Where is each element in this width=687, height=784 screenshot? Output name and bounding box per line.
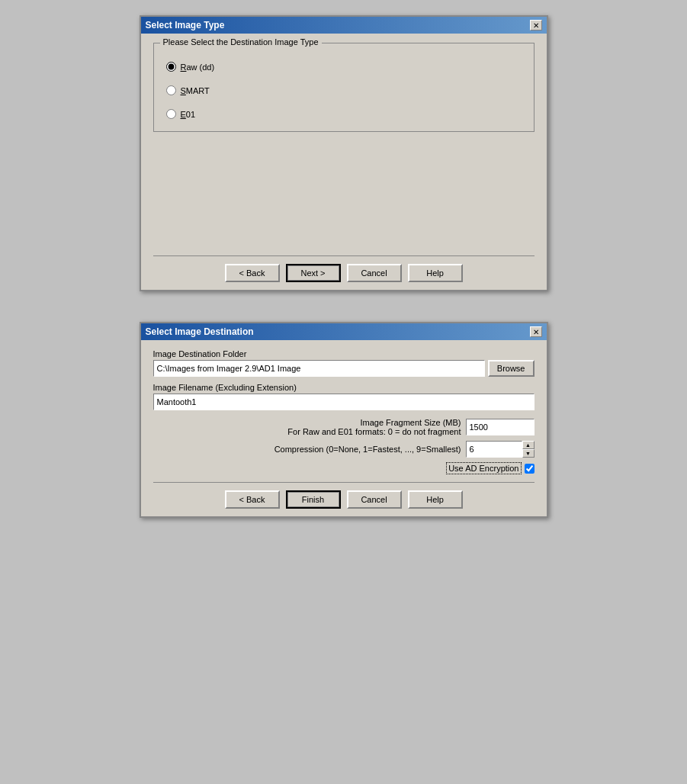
encryption-row: Use AD Encryption bbox=[153, 462, 535, 474]
dialog1-button-bar: < Back Next > Cancel Help bbox=[153, 255, 535, 282]
radio-smart-label: SMART bbox=[181, 86, 210, 95]
dialog1-close-button[interactable]: ✕ bbox=[530, 20, 542, 31]
radio-e01-label: E01 bbox=[181, 110, 196, 119]
radio-smart[interactable]: SMART bbox=[166, 85, 522, 95]
dialog2-finish-button[interactable]: Finish bbox=[286, 490, 341, 509]
fragment-label: Image Fragment Size (MB) bbox=[360, 418, 461, 427]
radio-raw-label: Raw (dd) bbox=[181, 63, 215, 72]
select-image-destination-dialog: Select Image Destination ✕ Image Destina… bbox=[140, 322, 548, 518]
compression-spinner: ▲ ▼ bbox=[466, 441, 535, 458]
spinner-buttons: ▲ ▼ bbox=[522, 441, 535, 458]
dialog2-button-bar: < Back Finish Cancel Help bbox=[153, 482, 535, 509]
dialog1-cancel-button[interactable]: Cancel bbox=[347, 264, 402, 282]
fragment-sublabel: For Raw and E01 formats: 0 = do not frag… bbox=[287, 427, 461, 436]
compression-label: Compression (0=None, 1=Fastest, ..., 9=S… bbox=[274, 445, 461, 454]
radio-raw-input[interactable] bbox=[166, 62, 176, 72]
dialog2-close-button[interactable]: ✕ bbox=[530, 326, 542, 337]
fragment-row: Image Fragment Size (MB) For Raw and E01… bbox=[153, 418, 535, 436]
compression-row: Compression (0=None, 1=Fastest, ..., 9=S… bbox=[153, 441, 535, 458]
dialog2-back-button[interactable]: < Back bbox=[225, 490, 280, 509]
folder-label: Image Destination Folder bbox=[153, 349, 535, 358]
filename-row: Image Filename (Excluding Extension) bbox=[153, 383, 535, 410]
compression-input[interactable] bbox=[466, 441, 522, 458]
dialog2-titlebar: Select Image Destination ✕ bbox=[141, 323, 547, 340]
folder-input[interactable] bbox=[153, 360, 485, 377]
settings-form: Image Fragment Size (MB) For Raw and E01… bbox=[153, 418, 535, 474]
dialog2-title: Select Image Destination bbox=[146, 326, 254, 337]
spinner-up-button[interactable]: ▲ bbox=[522, 441, 535, 449]
folder-input-group: Browse bbox=[153, 360, 535, 377]
dialog2-cancel-button[interactable]: Cancel bbox=[347, 490, 402, 509]
dialog2-body: Image Destination Folder Browse Image Fi… bbox=[141, 340, 547, 516]
radio-smart-input[interactable] bbox=[166, 85, 176, 95]
fragment-input[interactable] bbox=[466, 419, 535, 435]
filename-label: Image Filename (Excluding Extension) bbox=[153, 383, 535, 392]
dialog1-back-button[interactable]: < Back bbox=[225, 264, 280, 282]
spacer1 bbox=[153, 141, 535, 248]
dialog2-help-button[interactable]: Help bbox=[408, 490, 463, 509]
dialog1-titlebar: Select Image Type ✕ bbox=[141, 17, 547, 34]
browse-button[interactable]: Browse bbox=[488, 360, 535, 377]
filename-input[interactable] bbox=[153, 394, 535, 410]
dialog1-help-button[interactable]: Help bbox=[408, 264, 463, 282]
folder-row: Image Destination Folder Browse bbox=[153, 349, 535, 377]
radio-group: Raw (dd) SMART E01 bbox=[166, 54, 522, 119]
radio-raw[interactable]: Raw (dd) bbox=[166, 62, 522, 72]
encryption-checkbox[interactable] bbox=[525, 464, 535, 474]
dialog1-body: Please Select the Destination Image Type… bbox=[141, 34, 547, 290]
radio-e01[interactable]: E01 bbox=[166, 109, 522, 119]
select-image-type-dialog: Select Image Type ✕ Please Select the De… bbox=[140, 15, 548, 291]
image-type-group: Please Select the Destination Image Type… bbox=[153, 43, 535, 132]
dialog1-next-button[interactable]: Next > bbox=[286, 264, 341, 282]
radio-e01-input[interactable] bbox=[166, 109, 176, 119]
encryption-label-group[interactable]: Use AD Encryption bbox=[446, 462, 534, 474]
encryption-label: Use AD Encryption bbox=[446, 462, 521, 474]
group-legend: Please Select the Destination Image Type bbox=[160, 37, 322, 47]
spinner-down-button[interactable]: ▼ bbox=[522, 449, 535, 458]
dialog1-title: Select Image Type bbox=[146, 20, 225, 31]
